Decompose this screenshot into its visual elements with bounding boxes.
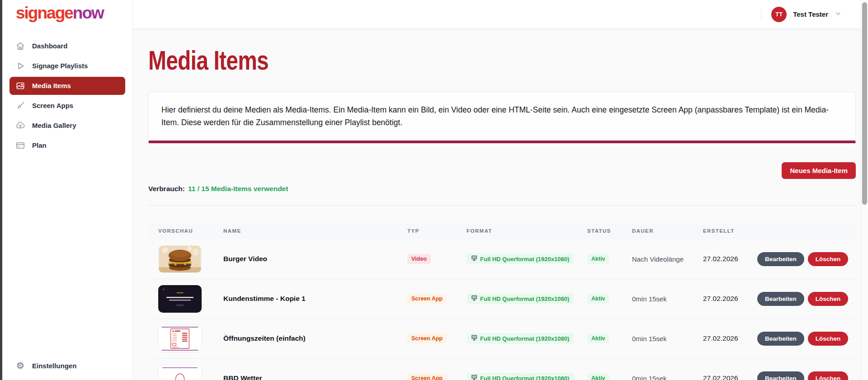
- sidebar-item-label: Dashboard: [32, 42, 67, 50]
- sidebar-item-media-gallery[interactable]: Media Gallery: [9, 117, 125, 135]
- sidebar-item-signage-playlists[interactable]: Signage Playlists: [9, 57, 125, 75]
- topbar: TT Test Tester: [133, 0, 868, 29]
- thumbnail-burger-video: [158, 245, 202, 273]
- delete-button[interactable]: Löschen: [808, 292, 849, 306]
- sidebar-item-label: Einstellungen: [32, 362, 76, 370]
- delete-button[interactable]: Löschen: [808, 371, 849, 380]
- sidebar-item-label: Media Items: [32, 82, 71, 89]
- logo-text-primary: signage: [16, 4, 73, 22]
- edit-button[interactable]: Bearbeiten: [757, 332, 804, 346]
- page-title: Media Items: [148, 46, 714, 75]
- sidebar-footer: ⚙ Einstellungen: [2, 357, 132, 380]
- duration-value: 0min 15sek: [632, 335, 703, 342]
- duration-value: Nach Videolänge: [632, 255, 703, 263]
- column-header-dauer: DAUER: [632, 228, 703, 234]
- table-header: VORSCHAU NAME TYP FORMAT STATUS DAUER ER…: [148, 223, 856, 239]
- edit-button[interactable]: Bearbeiten: [757, 371, 804, 380]
- credit-card-icon: [15, 141, 25, 150]
- avatar: TT: [771, 7, 787, 22]
- user-name: Test Tester: [793, 10, 828, 18]
- usage-label: Verbrauch:: [148, 185, 185, 192]
- table-row: Öffnungszeiten (einfach) Screen App Full…: [148, 319, 856, 359]
- table-row: Kundenstimme - Kopie 1 Screen App Full H…: [148, 279, 856, 319]
- media-name: Öffnungszeiten (einfach): [223, 334, 407, 342]
- thumbnail-bbd-wetter: [158, 365, 202, 380]
- type-badge: Video: [407, 254, 431, 264]
- column-header-erstellt: ERSTELLT: [703, 228, 757, 234]
- type-badge: Screen App: [407, 373, 447, 380]
- edit-button[interactable]: Bearbeiten: [757, 292, 804, 306]
- created-date: 27.02.2026: [703, 295, 757, 303]
- sidebar-item-screen-apps[interactable]: Screen Apps: [9, 97, 125, 115]
- app-window: signagenow Dashboard Signage Playlists M…: [0, 0, 868, 380]
- status-badge: Aktiv: [587, 294, 609, 304]
- media-name: BBD Wetter: [223, 374, 407, 380]
- duration-value: 0min 15sek: [632, 295, 703, 303]
- gear-icon: ⚙: [15, 361, 25, 371]
- brush-icon: [15, 101, 25, 111]
- duration-value: 0min 15sek: [632, 375, 703, 380]
- sidebar-item-media-items[interactable]: Media Items: [9, 77, 125, 95]
- play-icon: [15, 61, 25, 71]
- home-icon: [15, 41, 25, 51]
- status-badge: Aktiv: [587, 373, 609, 380]
- sidebar: signagenow Dashboard Signage Playlists M…: [2, 0, 133, 380]
- edit-button[interactable]: Bearbeiten: [757, 252, 804, 266]
- info-text: Hier definierst du deine Medien als Medi…: [161, 105, 829, 127]
- sidebar-item-label: Screen Apps: [32, 102, 73, 109]
- format-badge: Full HD Querformat (1920x1080): [467, 253, 574, 264]
- monitor-icon: [471, 295, 477, 302]
- type-badge: Screen App: [407, 294, 447, 304]
- sidebar-item-dashboard[interactable]: Dashboard: [9, 37, 125, 55]
- info-box: Hier definierst du deine Medien als Medi…: [148, 92, 856, 143]
- created-date: 27.02.2026: [703, 334, 757, 342]
- thumbnail-kundenstimme: [158, 285, 202, 313]
- topbar-divider: [761, 9, 761, 20]
- format-badge: Full HD Querformat (1920x1080): [467, 333, 574, 344]
- main-content: Media Items Hier definierst du deine Med…: [133, 29, 868, 380]
- status-badge: Aktiv: [587, 333, 609, 343]
- main-scrollbar[interactable]: [861, 0, 868, 380]
- chevron-down-icon: [835, 10, 842, 19]
- created-date: 27.02.2026: [703, 374, 757, 380]
- sidebar-item-label: Plan: [32, 141, 47, 149]
- type-badge: Screen App: [407, 333, 447, 343]
- sidebar-item-label: Media Gallery: [32, 122, 76, 129]
- column-header-vorschau: VORSCHAU: [148, 228, 223, 234]
- cloud-upload-icon: [15, 121, 25, 131]
- delete-button[interactable]: Löschen: [808, 252, 849, 266]
- created-date: 27.02.2026: [703, 255, 757, 263]
- monitor-icon: [471, 375, 477, 380]
- column-header-typ: TYP: [407, 228, 467, 234]
- format-badge: Full HD Querformat (1920x1080): [467, 293, 574, 304]
- usage-line: Verbrauch:11 / 15 Media-Items verwendet: [148, 185, 856, 193]
- thumbnail-oeffnungszeiten: [158, 325, 202, 352]
- format-badge: Full HD Querformat (1920x1080): [467, 373, 574, 380]
- new-media-item-button[interactable]: Neues Media-Item: [782, 162, 856, 179]
- media-name: Kundenstimme - Kopie 1: [223, 295, 407, 303]
- usage-value: 11 / 15 Media-Items verwendet: [188, 185, 288, 192]
- status-badge: Aktiv: [587, 254, 609, 264]
- monitor-icon: [471, 255, 477, 263]
- user-menu[interactable]: TT Test Tester: [771, 7, 842, 22]
- logo-text-secondary: now: [73, 4, 104, 22]
- sidebar-nav: Dashboard Signage Playlists Media Items …: [2, 37, 132, 155]
- table-row: Burger Video Video Full HD Querformat (1…: [148, 239, 856, 279]
- column-header-format: FORMAT: [467, 228, 587, 234]
- image-icon: [15, 81, 25, 91]
- column-header-name: NAME: [223, 228, 407, 234]
- delete-button[interactable]: Löschen: [808, 332, 849, 346]
- main-column: TT Test Tester Media Items Hier definier…: [133, 0, 868, 380]
- sidebar-item-plan[interactable]: Plan: [9, 136, 125, 155]
- scrollbar-thumb[interactable]: [862, 2, 867, 205]
- media-name: Burger Video: [223, 255, 407, 263]
- sidebar-item-label: Signage Playlists: [32, 62, 88, 70]
- column-header-status: STATUS: [587, 228, 632, 234]
- table-top-divider: [148, 205, 856, 206]
- sidebar-item-einstellungen[interactable]: ⚙ Einstellungen: [9, 357, 125, 375]
- table-row: BBD Wetter Screen App Full HD Querformat…: [148, 359, 856, 380]
- monitor-icon: [471, 335, 477, 342]
- app-logo[interactable]: signagenow: [2, 0, 132, 23]
- actions-row: Neues Media-Item: [148, 162, 856, 179]
